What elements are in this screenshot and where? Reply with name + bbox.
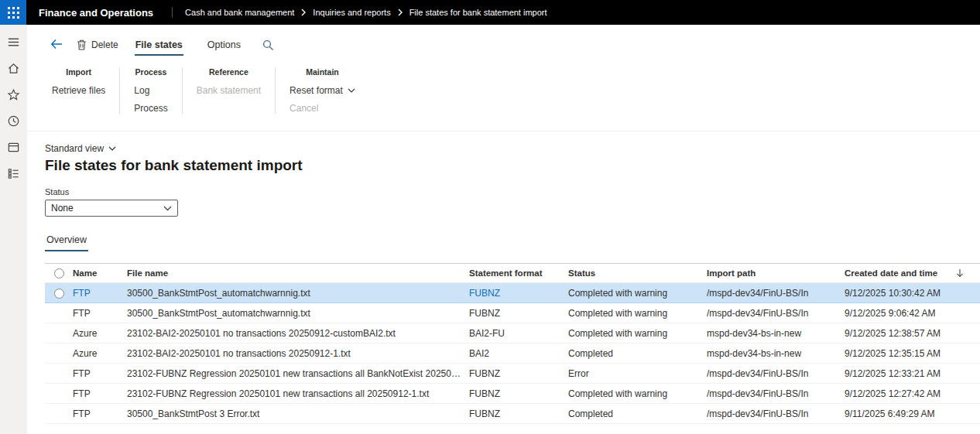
left-nav-rail — [0, 25, 27, 434]
table-row[interactable]: FTP 23102-FUBNZ Regression 20250101 new … — [45, 364, 980, 384]
row-file-name: 30500_BankStmtPost 3 Error.txt — [127, 404, 469, 424]
view-selector[interactable]: Standard view — [45, 143, 116, 154]
nav-recent-button[interactable] — [0, 108, 27, 134]
nav-favorites-button[interactable] — [0, 81, 27, 108]
row-status: Completed with warning — [568, 303, 707, 323]
row-import-path: /mspd-dev34/FinU-BS/In — [707, 384, 845, 404]
app-title: Finance and Operations — [39, 7, 153, 19]
row-name[interactable]: Azure — [73, 323, 127, 343]
ribbon-group-import: Import Retrieve files — [52, 67, 120, 114]
row-file-name: 30500_BankStmtPost_automatchwarnnig.txt — [127, 303, 469, 323]
process-button[interactable]: Process — [134, 103, 167, 114]
column-header-file-name[interactable]: File name — [127, 264, 469, 283]
table-row[interactable]: Azure 23102-BAI2-20250101 no transaction… — [45, 323, 980, 343]
row-statement-format[interactable]: FUBNZ — [469, 364, 568, 384]
row-select-cell[interactable] — [45, 323, 73, 343]
tab-overview[interactable]: Overview — [45, 234, 88, 251]
nav-modules-button[interactable] — [0, 160, 27, 186]
chevron-right-icon — [398, 9, 403, 16]
row-name[interactable]: FTP — [73, 404, 127, 424]
row-select-cell[interactable] — [45, 303, 73, 323]
row-statement-format[interactable]: FUBNZ — [469, 303, 568, 323]
row-status: Completed — [568, 404, 707, 424]
page-content: Standard view File states for bank state… — [27, 132, 980, 424]
trash-icon — [77, 39, 87, 50]
app-launcher-button[interactable] — [0, 0, 26, 25]
ribbon: Import Retrieve files Process Log Proces… — [27, 58, 980, 132]
row-created: 9/12/2025 12:38:57 AM — [845, 323, 980, 343]
row-select-cell[interactable] — [45, 384, 73, 404]
row-statement-format[interactable]: FUBNZ — [469, 384, 568, 404]
row-created: 9/12/2025 9:06:42 AM — [845, 303, 980, 323]
menu-icon — [7, 36, 20, 49]
row-radio[interactable] — [54, 289, 64, 299]
row-select-cell[interactable] — [45, 343, 73, 364]
breadcrumb-item-3: File states for bank statement import — [409, 8, 547, 17]
row-created: 9/11/2025 6:49:29 AM — [845, 404, 980, 424]
sort-descending-icon — [956, 268, 964, 278]
grid-header-row: Name File name Statement format Status I… — [45, 264, 980, 283]
row-name[interactable]: FTP — [73, 283, 127, 303]
row-created: 9/12/2025 12:35:15 AM — [845, 343, 980, 364]
chevron-right-icon — [301, 9, 306, 16]
main-area: Delete File states Options Import Retrie… — [27, 25, 980, 434]
clock-icon — [7, 114, 20, 128]
group-title-import: Import — [52, 67, 105, 77]
row-select-cell[interactable] — [45, 404, 73, 424]
table-row[interactable]: FTP 23102-FUBNZ Regression 20250101 new … — [45, 384, 980, 404]
column-header-import-path[interactable]: Import path — [707, 264, 845, 283]
row-statement-format[interactable]: BAI2 — [469, 343, 568, 364]
row-name[interactable]: FTP — [73, 384, 127, 404]
row-statement-format[interactable]: FUBNZ — [469, 283, 568, 303]
nav-menu-button[interactable] — [0, 29, 27, 55]
page-title: File states for bank statement import — [45, 157, 980, 174]
search-button[interactable] — [262, 36, 274, 53]
row-file-name: 30500_BankStmtPost_automatchwarnnig.txt — [127, 283, 469, 303]
ribbon-group-process: Process Log Process — [120, 67, 182, 114]
retrieve-files-button[interactable]: Retrieve files — [52, 85, 105, 96]
workspaces-icon — [7, 141, 20, 154]
row-select-cell[interactable] — [45, 364, 73, 384]
modules-icon — [7, 167, 20, 180]
column-header-name[interactable]: Name — [73, 264, 127, 283]
status-dropdown[interactable]: None — [45, 200, 178, 217]
row-status: Completed with warning — [568, 283, 707, 303]
home-icon — [7, 62, 20, 75]
row-statement-format[interactable]: BAI2-FU — [469, 323, 568, 343]
action-pane: Delete File states Options — [27, 32, 980, 58]
select-all-cell[interactable] — [45, 264, 73, 283]
tab-options[interactable]: Options — [207, 34, 242, 56]
row-name[interactable]: FTP — [73, 364, 127, 384]
column-header-created[interactable]: Created date and time — [845, 264, 980, 283]
row-select-cell[interactable] — [45, 283, 73, 303]
table-row[interactable]: Azure 23102-BAI2-20250101 no transaction… — [45, 343, 980, 364]
reset-format-button[interactable]: Reset format — [290, 85, 355, 96]
row-name[interactable]: Azure — [73, 343, 127, 364]
cancel-button: Cancel — [290, 103, 355, 114]
nav-home-button[interactable] — [0, 55, 27, 81]
group-title-maintain: Maintain — [290, 67, 355, 77]
nav-workspaces-button[interactable] — [0, 134, 27, 160]
column-header-status[interactable]: Status — [568, 264, 707, 283]
select-all-radio[interactable] — [54, 268, 64, 279]
row-created: 9/12/2025 10:30:42 AM — [845, 283, 980, 303]
table-row[interactable]: FTP 30500_BankStmtPost_automatchwarnnig.… — [45, 283, 980, 303]
table-row[interactable]: FTP 30500_BankStmtPost_automatchwarnnig.… — [45, 303, 980, 323]
breadcrumb-item-2[interactable]: Inquiries and reports — [313, 8, 390, 17]
group-title-process: Process — [134, 67, 167, 77]
column-header-statement-format[interactable]: Statement format — [469, 264, 568, 283]
table-row[interactable]: FTP 30500_BankStmtPost 3 Error.txt FUBNZ… — [45, 404, 980, 424]
search-icon — [262, 39, 274, 51]
ribbon-group-maintain: Maintain Reset format Cancel — [276, 67, 369, 114]
delete-button[interactable]: Delete — [77, 39, 118, 50]
row-file-name: 23102-BAI2-20250101 no transactions 2025… — [127, 343, 469, 364]
back-button[interactable] — [46, 37, 67, 53]
chevron-down-icon — [348, 88, 355, 93]
row-name[interactable]: FTP — [73, 303, 127, 323]
grid-body: FTP 30500_BankStmtPost_automatchwarnnig.… — [45, 283, 980, 424]
log-button[interactable]: Log — [134, 85, 167, 96]
row-import-path: /mspd-dev34/FinU-BS/In — [707, 364, 845, 384]
row-statement-format[interactable]: FUBNZ — [469, 404, 568, 424]
breadcrumb-item-1[interactable]: Cash and bank management — [185, 8, 294, 17]
tab-file-states[interactable]: File states — [135, 34, 183, 56]
